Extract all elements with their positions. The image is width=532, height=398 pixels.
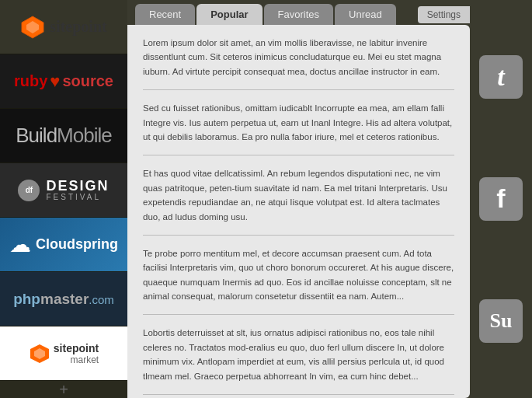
article-section-2: Sed cu fuisset rationibus, omittam iudic… — [143, 101, 454, 155]
social-bar: t f Su — [470, 0, 532, 398]
phpmaster-master-text: master — [40, 291, 89, 307]
tabs: Recent Popular Favorites Unread — [127, 4, 398, 25]
phpmaster-php-text: php — [13, 291, 40, 307]
tab-favorites[interactable]: Favorites — [264, 4, 333, 25]
design-festival-badge: df — [18, 180, 40, 201]
cloudspring-text: Cloudspring — [36, 236, 118, 253]
facebook-icon: f — [496, 183, 505, 214]
sidebar-item-phpmaster[interactable]: phpmaster.com — [0, 272, 127, 326]
stumbleupon-icon: Su — [490, 309, 513, 333]
twitter-button[interactable]: t — [479, 55, 523, 99]
add-feed-button[interactable]: + — [0, 381, 127, 398]
article-area: Lorem ipsum dolor sit amet, an vim molli… — [127, 25, 470, 398]
add-icon: + — [59, 381, 68, 398]
article-text-4: Te probe porro mentitum mel, et decore a… — [143, 246, 454, 304]
sitepoint-market-logo-icon — [29, 343, 50, 365]
tab-unread[interactable]: Unread — [335, 4, 396, 25]
sidebar-item-design-festival[interactable]: df DESIGN FESTIVAL — [0, 163, 127, 218]
design-festival-design-text: DESIGN — [46, 179, 109, 193]
twitter-icon: t — [497, 62, 504, 92]
cloudspring-cloud-icon: ☁ — [9, 232, 31, 257]
tab-popular[interactable]: Popular — [196, 4, 262, 25]
stumbleupon-button[interactable]: Su — [479, 299, 523, 343]
article-text-5: Lobortis deterruisset at slt, ius ornatu… — [143, 326, 454, 383]
article-text-1: Lorem ipsum dolor sit amet, an vim molli… — [143, 36, 454, 79]
tab-recent[interactable]: Recent — [135, 4, 195, 25]
article-text-2: Sed cu fuisset rationibus, omittam iudic… — [143, 101, 454, 144]
article-text-3: Et has quod vitae dellcatissiml. An rebu… — [143, 166, 454, 224]
sitepoint-market-sitepoint-text: sitepoint — [54, 342, 99, 354]
sidebar-item-cloudspring[interactable]: ☁ Cloudspring — [0, 218, 127, 272]
ruby-heart-icon: ♥ — [50, 72, 60, 92]
design-festival-festival-text: FESTIVAL — [46, 193, 109, 201]
top-bar: Recent Popular Favorites Unread Settings — [127, 0, 470, 25]
sidebar-item-sitepoint-market[interactable]: sitepoint market — [0, 326, 127, 381]
article-section-3: Et has quod vitae dellcatissiml. An rebu… — [143, 166, 454, 236]
buildmobile-text: BuildMobile — [16, 124, 111, 148]
article-section-1: Lorem ipsum dolor sit amet, an vim molli… — [143, 36, 454, 90]
sitepoint-logo-text: sitepoint — [50, 18, 106, 36]
main-content: Recent Popular Favorites Unread Settings… — [127, 0, 470, 398]
sidebar: sitepoint ruby ♥ source BuildMobile df D… — [0, 0, 127, 398]
phpmaster-com-text: .com — [89, 293, 114, 306]
article-section-5: Lobortis deterruisset at slt, ius ornatu… — [143, 326, 454, 395]
settings-button[interactable]: Settings — [418, 6, 470, 23]
sidebar-item-ruby-source[interactable]: ruby ♥ source — [0, 54, 127, 109]
article-section-4: Te probe porro mentitum mel, et decore a… — [143, 246, 454, 316]
sidebar-item-sitepoint[interactable]: sitepoint — [0, 0, 127, 54]
sitepoint-market-market-text: market — [70, 354, 99, 365]
ruby-text: ruby — [14, 72, 47, 90]
sidebar-item-buildmobile[interactable]: BuildMobile — [0, 109, 127, 163]
facebook-button[interactable]: f — [479, 177, 523, 221]
sitepoint-logo-icon — [20, 15, 45, 40]
ruby-source-text: source — [62, 72, 113, 90]
